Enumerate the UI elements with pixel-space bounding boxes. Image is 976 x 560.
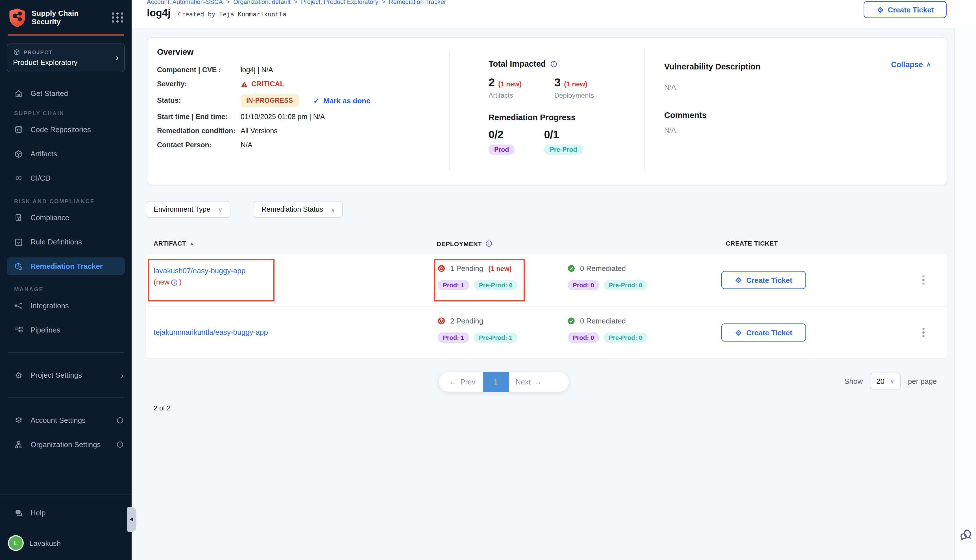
deployment-cell: 1 Pending (1 new) Prod: 1 Pre-Prod: 0	[438, 264, 517, 290]
create-ticket-button-row[interactable]: Create Ticket	[721, 271, 806, 289]
breadcrumb-project[interactable]: Project: Product Exploratory	[301, 0, 379, 5]
sidebar-item-label: Organization Settings	[30, 440, 101, 449]
preprod-badge: Pre-Prod	[544, 145, 582, 155]
sidebar-item-remediation-tracker[interactable]: Remediation Tracker	[7, 257, 125, 275]
status-label: Status:	[157, 97, 240, 105]
breadcrumb-account[interactable]: Account: Automation-SSCA	[147, 0, 223, 5]
nav-section-manage: MANAGE	[0, 286, 132, 292]
remediation-progress-title: Remediation Progress	[489, 113, 636, 122]
row-menu-kebab[interactable]	[918, 273, 929, 287]
pipelines-icon	[14, 325, 23, 335]
arrow-right-icon: →	[535, 378, 542, 386]
nav-section-supply-chain: SUPPLY CHAIN	[0, 110, 132, 116]
sidebar-item-pipelines[interactable]: Pipelines	[0, 321, 132, 339]
svg-text:?: ?	[17, 510, 19, 513]
page-size-control: Show 20 ∨ per page	[844, 373, 937, 390]
page-size-dropdown[interactable]: 20 ∨	[869, 373, 901, 390]
sidebar-item-label: Account Settings	[30, 416, 85, 425]
warning-triangle-icon	[240, 80, 248, 88]
artifacts-label: Artifacts	[489, 92, 522, 99]
artifact-link[interactable]: tejakummarikuntla/easy-buggy-app	[153, 327, 268, 338]
artifact-new-flag: (new )	[153, 277, 245, 288]
info-icon[interactable]	[170, 278, 178, 286]
nav-section-risk: RISK AND COMPLIANCE	[0, 198, 132, 204]
results-count: 2 of 2	[153, 404, 170, 412]
remediated-count: 0 Remediated	[580, 317, 626, 325]
sidebar-item-label: Rule Definitions	[30, 238, 82, 246]
comments-value: N/A	[664, 127, 930, 134]
remediated-cell: 0 Remediated Prod: 0 Pre-Prod: 0	[568, 317, 647, 343]
breadcrumb-current[interactable]: Remediation Tracker	[389, 0, 446, 5]
artifacts-new-count: (1 new)	[498, 80, 522, 88]
page-number-active[interactable]: 1	[483, 372, 509, 392]
artifact-cell: tejakummarikuntla/easy-buggy-app	[153, 327, 268, 338]
sidebar-item-label: Remediation Tracker	[30, 262, 103, 270]
sidebar-item-get-started[interactable]: Get Started	[0, 85, 132, 102]
create-ticket-button-top[interactable]: Create Ticket	[864, 1, 947, 18]
sidebar-item-help[interactable]: ? Help	[0, 504, 132, 522]
severity-value: CRITICAL	[240, 80, 439, 88]
sidebar-collapse-handle[interactable]	[127, 507, 136, 532]
project-selector[interactable]: PROJECT Product Exploratory ›	[7, 43, 125, 72]
code-repo-icon	[14, 125, 23, 134]
sidebar-item-label: Pipelines	[30, 326, 60, 334]
sidebar-item-rule-definitions[interactable]: Rule Definitions	[0, 233, 132, 251]
condition-label: Remediation condition:	[157, 127, 240, 135]
support-chat-icon[interactable]	[959, 528, 973, 542]
info-icon[interactable]	[551, 60, 558, 67]
row-menu-kebab[interactable]	[918, 325, 929, 340]
preprod-count-badge: Pre-Prod: 0	[604, 332, 647, 343]
artifact-link[interactable]: lavakush07/easy-buggy-app	[153, 265, 245, 277]
pending-new-count: (1 new)	[488, 265, 512, 272]
remediated-check-icon	[568, 265, 575, 272]
user-menu[interactable]: L Lavakush	[0, 536, 132, 550]
sidebar-item-artifacts[interactable]: Artifacts	[0, 145, 132, 163]
infinity-icon: ∞	[14, 173, 23, 183]
environment-type-dropdown[interactable]: Environment Type ∨	[146, 201, 230, 218]
box-icon	[14, 149, 23, 158]
brand-divider	[8, 35, 124, 35]
mark-as-done-button[interactable]: ✓ Mark as done	[313, 96, 370, 105]
sidebar-item-integrations[interactable]: Integrations	[0, 297, 132, 315]
org-gear-icon	[14, 440, 23, 449]
app-switcher-icon[interactable]	[112, 12, 124, 23]
info-icon[interactable]	[485, 240, 493, 247]
create-ticket-button-row[interactable]: Create Ticket	[721, 323, 806, 342]
card-divider	[449, 52, 450, 171]
sidebar-item-code-repositories[interactable]: Code Repositories	[0, 121, 132, 138]
pending-count: 1 Pending	[450, 264, 483, 273]
sidebar-item-compliance[interactable]: Compliance	[0, 209, 132, 227]
table-row: tejakummarikuntla/easy-buggy-app 2 Pendi…	[146, 306, 947, 358]
column-header-create-ticket: CREATE TICKET	[726, 240, 778, 247]
info-icon[interactable]	[116, 417, 124, 424]
sidebar-item-label: Integrations	[30, 302, 69, 310]
component-cve-label: Component | CVE :	[157, 66, 240, 74]
preprod-progress: 0/1 Pre-Prod	[544, 129, 582, 155]
created-by-text: Created by Teja Kummarikuntla	[178, 11, 286, 18]
deployments-label: Deployments	[554, 92, 594, 99]
sidebar-item-label: Compliance	[30, 213, 69, 222]
sidebar-item-label: Code Repositories	[30, 125, 91, 134]
right-edge-strip	[954, 0, 976, 560]
pending-count: 2 Pending	[450, 317, 483, 325]
sidebar-item-organization-settings[interactable]: Organization Settings	[0, 436, 132, 453]
info-icon[interactable]	[116, 441, 124, 448]
create-ticket-label: Create Ticket	[888, 5, 934, 14]
sidebar-item-cicd[interactable]: ∞ CI/CD	[0, 169, 132, 187]
nav-divider	[8, 352, 124, 353]
remediated-check-icon	[568, 317, 575, 325]
app-logo: Supply Chain Security	[0, 0, 132, 35]
prev-page-button[interactable]: ← Prev	[449, 378, 475, 386]
breadcrumb-organization[interactable]: Organization: default	[233, 0, 290, 5]
chevron-right-icon: ›	[115, 53, 118, 62]
home-icon	[14, 89, 23, 98]
sidebar-item-project-settings[interactable]: ⚙ Project Settings ›	[0, 367, 132, 384]
breadcrumb-separator: >	[226, 0, 230, 5]
next-page-button[interactable]: Next →	[516, 378, 542, 386]
collapse-button[interactable]: Collapse ∨	[891, 60, 931, 69]
remediation-status-dropdown[interactable]: Remediation Status ∨	[254, 201, 343, 218]
sidebar-item-account-settings[interactable]: Account Settings	[0, 412, 132, 429]
deployments-new-count: (1 new)	[564, 80, 587, 88]
column-header-artifact[interactable]: ARTIFACT ▲	[153, 240, 194, 247]
pagination: ← Prev 1 Next →	[439, 372, 569, 392]
